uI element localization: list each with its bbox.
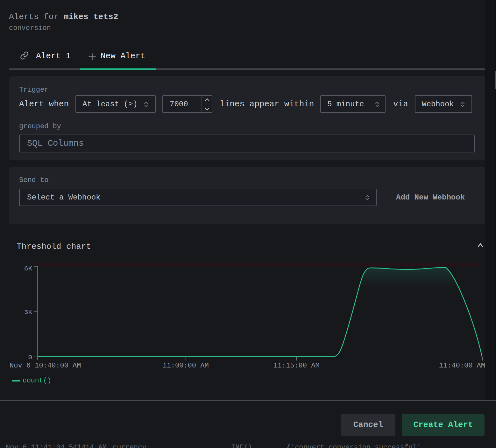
svg-text:Nov 6 10:40:00 AM: Nov 6 10:40:00 AM	[10, 362, 81, 370]
svg-text:0: 0	[28, 354, 32, 361]
svg-text:11:00:00 AM: 11:00:00 AM	[162, 362, 209, 370]
svg-text:11:40:00 AM: 11:40:00 AM	[439, 362, 485, 370]
svg-text:3K: 3K	[24, 309, 32, 316]
svg-text:11:15:00 AM: 11:15:00 AM	[273, 362, 319, 370]
svg-text:6K: 6K	[24, 265, 32, 272]
